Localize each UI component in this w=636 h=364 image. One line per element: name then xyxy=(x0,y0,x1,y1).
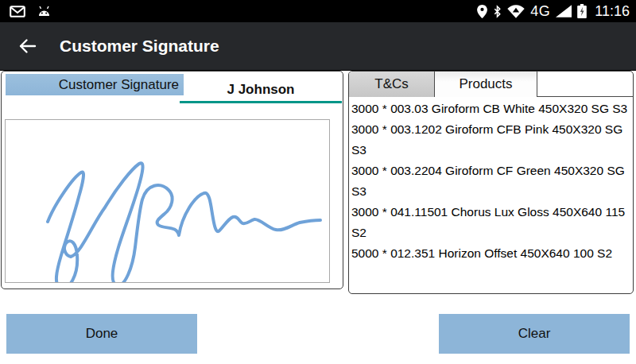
wifi-icon xyxy=(507,5,525,18)
product-list[interactable]: 3000 * 003.03 Giroform CB White 450X320 … xyxy=(349,97,633,264)
status-bar: 4G 11:16 xyxy=(0,0,636,22)
product-list-item: 3000 * 003.1202 Giroform CFB Pink 450X32… xyxy=(351,119,631,161)
notification-icons xyxy=(10,6,51,17)
back-button[interactable] xyxy=(17,36,37,56)
tab-products[interactable]: Products xyxy=(435,72,537,97)
gmail-icon xyxy=(10,6,25,17)
arrow-left-icon xyxy=(17,37,37,56)
location-icon xyxy=(477,5,487,18)
signature-panel-label: Customer Signature xyxy=(6,74,184,95)
network-type-label: 4G xyxy=(530,3,550,20)
product-list-item: 3000 * 041.11501 Chorus Lux Gloss 450X64… xyxy=(351,202,631,243)
clock: 11:16 xyxy=(595,3,630,20)
tab-bar: T&Cs Products xyxy=(349,72,633,97)
product-list-item: 3000 * 003.2204 Giroform CF Green 450X32… xyxy=(351,161,631,202)
details-panel: T&Cs Products 3000 * 003.03 Giroform CB … xyxy=(348,71,634,294)
clear-button[interactable]: Clear xyxy=(439,314,630,354)
signature-panel: Customer Signature J Johnson xyxy=(1,71,343,289)
signature-stroke xyxy=(48,163,320,283)
product-list-item: 5000 * 012.351 Horizon Offset 450X640 10… xyxy=(351,243,631,264)
signal-strength-icon xyxy=(556,5,572,17)
product-list-item: 3000 * 003.03 Giroform CB White 450X320 … xyxy=(351,99,631,119)
app-bar: Customer Signature xyxy=(0,22,636,71)
customer-name-field[interactable]: J Johnson xyxy=(180,79,342,103)
android-icon xyxy=(37,6,51,17)
tab-tcs[interactable]: T&Cs xyxy=(349,72,435,97)
page-title: Customer Signature xyxy=(60,37,219,56)
done-button[interactable]: Done xyxy=(6,314,197,354)
system-status-icons: 4G 11:16 xyxy=(477,3,630,20)
battery-charging-icon xyxy=(577,4,587,18)
bluetooth-icon xyxy=(493,5,502,18)
signature-canvas[interactable] xyxy=(5,119,330,283)
